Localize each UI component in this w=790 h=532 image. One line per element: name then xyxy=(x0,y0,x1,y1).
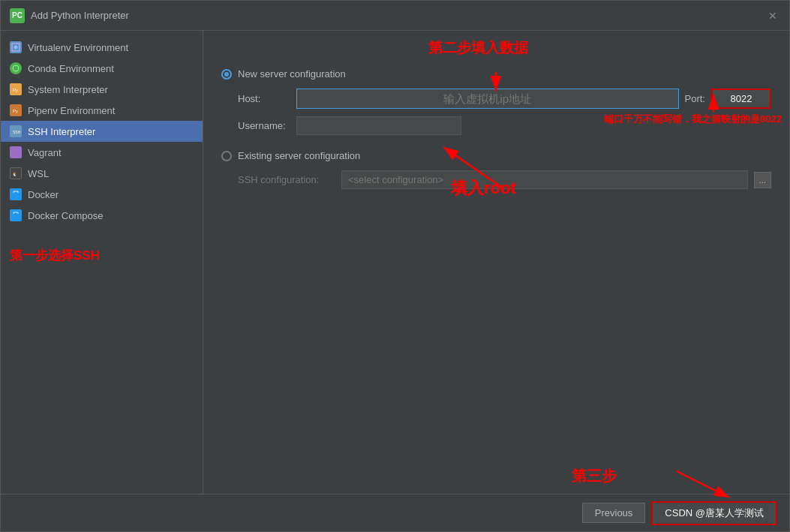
sidebar-item-wsl[interactable]: 🐧 WSL xyxy=(1,163,203,184)
dialog-title: Add Python Interpreter xyxy=(31,10,129,21)
close-button[interactable]: ✕ xyxy=(765,8,780,23)
username-input[interactable] xyxy=(296,116,461,135)
previous-button[interactable]: Previous xyxy=(582,503,646,523)
svg-text:🐧: 🐧 xyxy=(12,171,18,177)
svg-text:SSH: SSH xyxy=(13,130,20,134)
app-icon: PC xyxy=(10,8,25,23)
sidebar-item-system[interactable]: Py System Interpreter xyxy=(1,79,203,100)
system-icon: Py xyxy=(10,83,22,95)
ssh-label: SSH Interpreter xyxy=(28,126,95,137)
virtualenv-label: Virtualenv Environment xyxy=(28,42,128,53)
port-label: Port: xyxy=(685,93,705,104)
svg-marker-8 xyxy=(12,149,20,156)
conda-icon xyxy=(10,62,22,74)
annotation-step1: 第一步选择SSH xyxy=(10,248,100,263)
conda-label: Conda Environment xyxy=(28,63,114,74)
title-bar-left: PC Add Python Interpreter xyxy=(10,8,129,23)
radio-existing-server[interactable]: Existing server configuration xyxy=(221,150,771,161)
host-input[interactable] xyxy=(296,89,679,109)
sidebar-item-virtualenv[interactable]: Virtualenv Environment xyxy=(1,37,203,58)
username-row: Username: xyxy=(238,116,771,135)
svg-point-1 xyxy=(13,65,19,71)
svg-rect-10 xyxy=(12,193,20,198)
title-bar: PC Add Python Interpreter ✕ xyxy=(1,1,789,31)
host-row: Host: Port: 8022 xyxy=(238,89,771,109)
sidebar: Virtualenv Environment Conda Environment… xyxy=(1,31,203,494)
pipenv-label: Pipenv Environment xyxy=(28,105,115,116)
sidebar-item-docker-compose[interactable]: Docker Compose xyxy=(1,205,203,226)
wsl-icon: 🐧 xyxy=(10,167,22,179)
svg-rect-11 xyxy=(12,214,20,219)
footer: 第三步 Previous CSDN @唐某人学测试 xyxy=(1,494,789,531)
system-label: System Interpreter xyxy=(28,84,108,95)
next-button[interactable]: CSDN @唐某人学测试 xyxy=(651,501,777,525)
docker-label: Docker xyxy=(28,189,59,200)
docker-compose-icon xyxy=(10,209,22,221)
dialog: PC Add Python Interpreter ✕ Virtualenv E… xyxy=(0,0,790,532)
pipenv-icon: Py xyxy=(10,104,22,116)
radio-new-label: New server configuration xyxy=(238,68,346,80)
virtualenv-icon xyxy=(10,41,22,53)
host-label: Host: xyxy=(238,93,290,104)
vagrant-icon xyxy=(10,146,22,158)
svg-text:Py: Py xyxy=(13,109,18,113)
radio-existing-label: Existing server configuration xyxy=(238,150,360,161)
annotation-step2: 第二步填入数据 xyxy=(428,38,528,58)
ssh-config-label: SSH configuration: xyxy=(238,174,335,185)
sidebar-item-pipenv[interactable]: Py Pipenv Environment xyxy=(1,100,203,121)
main-panel: 第二步填入数据 New server configuration Host: P… xyxy=(203,31,789,494)
sidebar-item-vagrant[interactable]: Vagrant xyxy=(1,142,203,163)
username-label: Username: xyxy=(238,120,290,131)
port-input[interactable]: 8022 xyxy=(711,89,771,109)
svg-text:Py: Py xyxy=(13,88,18,92)
radio-new-server[interactable]: New server configuration xyxy=(221,68,771,80)
sidebar-item-conda[interactable]: Conda Environment xyxy=(1,58,203,79)
radio-existing xyxy=(221,151,232,161)
ssh-config-row: SSH configuration: <select configuration… xyxy=(238,170,771,189)
content-area: Virtualenv Environment Conda Environment… xyxy=(1,31,789,494)
ssh-config-select[interactable]: <select configuration> xyxy=(341,170,748,189)
vagrant-label: Vagrant xyxy=(28,147,62,158)
sidebar-item-docker[interactable]: Docker xyxy=(1,184,203,205)
more-config-button[interactable]: ... xyxy=(754,172,771,188)
docker-icon xyxy=(10,188,22,200)
radio-new-selected xyxy=(221,69,232,80)
wsl-label: WSL xyxy=(28,168,49,179)
sidebar-item-ssh[interactable]: SSH SSH Interpreter xyxy=(1,121,203,142)
docker-compose-label: Docker Compose xyxy=(28,210,103,221)
ssh-icon: SSH xyxy=(10,125,22,137)
